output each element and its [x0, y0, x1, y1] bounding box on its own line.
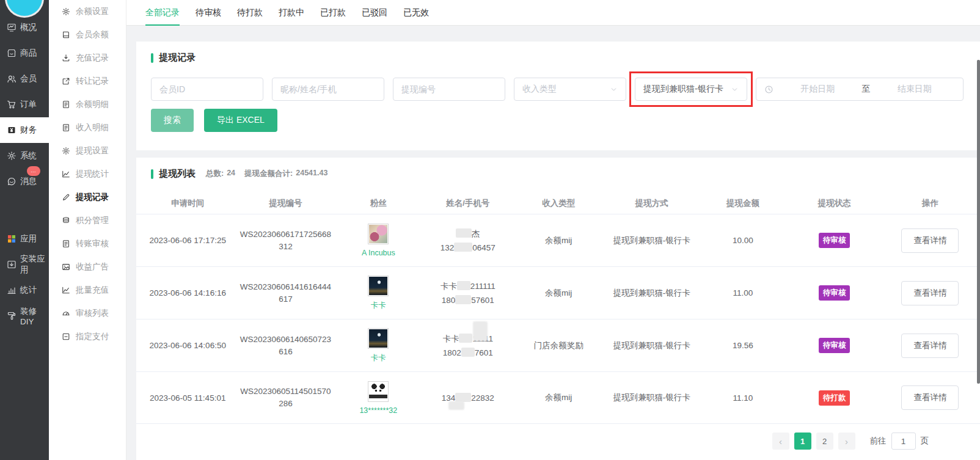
fan-nickname[interactable]: 卡卡 [371, 353, 386, 363]
sidebar-item-overview[interactable]: 概况 [0, 15, 49, 40]
system-icon [7, 151, 16, 161]
download-icon [62, 54, 70, 62]
minus-square-icon [62, 332, 70, 341]
share-icon [62, 77, 70, 86]
vertical-scrollbar[interactable] [977, 60, 980, 384]
sub-item-label: 提现设置 [76, 145, 109, 156]
table-header-row: 申请时间 提现编号 粉丝 姓名/手机号 收入类型 提现方式 提现金额 提现状态 … [136, 193, 980, 214]
sidebar-item-statistics[interactable]: 统计 [0, 277, 49, 303]
total-label: 总数: [206, 169, 224, 179]
fan-nickname[interactable]: 卡卡 [371, 301, 386, 311]
cell-amount: 10.00 [697, 236, 788, 245]
col-income-type: 收入类型 [511, 198, 606, 209]
sidebar-item-members[interactable]: 会员 [0, 66, 49, 92]
fan-avatar[interactable] [368, 381, 389, 402]
tab-all-records[interactable]: 全部记录 [145, 0, 180, 25]
fan-nickname[interactable]: 13*******32 [359, 406, 397, 415]
col-apply-time: 申请时间 [136, 198, 239, 209]
sidebar-item-orders[interactable]: 订单 [0, 92, 49, 117]
date-range-input[interactable]: 开始日期 至 结束日期 [756, 78, 964, 101]
image-icon [62, 263, 70, 271]
sub-item-income-ads[interactable]: 收益广告 [49, 255, 126, 279]
tab-paying[interactable]: 打款中 [279, 0, 304, 25]
cell-income-type: 门店余额奖励 [511, 340, 606, 351]
sidebar-item-install-apps[interactable]: 安装应用 [0, 252, 49, 277]
redaction-blur [454, 243, 472, 252]
sub-item-label: 积分管理 [76, 215, 109, 226]
view-detail-button[interactable]: 查看详情 [901, 281, 959, 305]
sub-item-audit-list[interactable]: 审核列表 [49, 302, 126, 325]
sidebar-item-label: 装修DIY [20, 306, 49, 326]
sidebar-item-label: 概况 [20, 22, 37, 33]
sidebar-item-apps[interactable]: 应用 [0, 226, 49, 252]
fan-avatar[interactable] [368, 276, 389, 296]
filter-card: 提现记录 收入类型 提现到兼职猫-银行卡 [136, 42, 980, 150]
goto-page-input[interactable] [891, 433, 916, 450]
income-type-placeholder: 收入类型 [522, 84, 557, 95]
cell-fan: 卡卡 [332, 276, 425, 311]
sidebar-item-finance[interactable]: 财务 [0, 117, 49, 143]
member-id-input[interactable] [159, 84, 255, 94]
sub-item-withdraw-records[interactable]: 提现记录 [49, 186, 126, 209]
sub-item-recharge-records[interactable]: 充值记录 [49, 46, 126, 70]
fan-avatar[interactable] [368, 328, 389, 349]
fan-nickname[interactable]: A Incubus [362, 249, 395, 257]
tab-paid[interactable]: 已打款 [320, 0, 346, 25]
date-separator-label: 至 [862, 84, 871, 95]
cell-actions: 查看详情 [880, 385, 980, 410]
withdraw-no-input[interactable] [401, 84, 497, 94]
cell-actions: 查看详情 [880, 228, 980, 253]
fan-avatar[interactable] [368, 224, 389, 244]
sidebar-item-messages[interactable]: 消息 … [0, 169, 49, 194]
col-name-phone: 姓名/手机号 [425, 198, 511, 209]
cell-amount: 11.00 [697, 288, 788, 298]
view-detail-button[interactable]: 查看详情 [901, 334, 959, 358]
sidebar-item-system[interactable]: 系统 [0, 143, 49, 169]
redaction-blur [455, 393, 471, 402]
prev-page-button[interactable]: ‹ [772, 433, 789, 450]
view-detail-button[interactable]: 查看详情 [901, 228, 959, 253]
view-detail-button[interactable]: 查看详情 [901, 385, 959, 410]
sub-item-member-balance[interactable]: 会员余额 [49, 23, 126, 46]
sub-item-label: 收入明细 [76, 122, 109, 133]
redaction-blur [456, 228, 472, 238]
chart-line-icon [62, 170, 70, 178]
nickname-input[interactable] [280, 84, 376, 94]
goods-icon [7, 48, 16, 58]
page-button-1[interactable]: 1 [794, 433, 811, 450]
next-page-button[interactable]: › [838, 433, 855, 450]
sub-item-designated-payment[interactable]: 指定支付 [49, 325, 126, 348]
sub-item-income-detail[interactable]: 收入明细 [49, 116, 126, 139]
sub-item-label: 余额明细 [76, 99, 109, 110]
decorate-diy-icon [7, 311, 16, 321]
cell-withdraw-no: WS20230606140650723 616 [239, 334, 332, 358]
sub-item-transfer-records[interactable]: 转让记录 [49, 70, 126, 93]
cell-status: 待审核 [788, 338, 880, 353]
income-type-select[interactable]: 收入类型 [514, 78, 626, 101]
tab-rejected[interactable]: 已驳回 [362, 0, 387, 25]
sub-item-transfer-audit[interactable]: 转账审核 [49, 232, 126, 255]
tab-invalid[interactable]: 已无效 [403, 0, 429, 25]
sidebar-item-label: 商品 [20, 48, 37, 59]
sub-item-withdraw-settings[interactable]: 提现设置 [49, 139, 126, 162]
withdraw-method-select[interactable]: 提现到兼职猫-银行卡 [635, 78, 747, 101]
sidebar-item-goods[interactable]: 商品 [0, 40, 49, 66]
tab-pending-review[interactable]: 待审核 [196, 0, 221, 25]
redaction-blur [457, 281, 470, 290]
sidebar-item-decorate-diy[interactable]: 装修DIY [0, 303, 49, 329]
redaction-blur [459, 334, 472, 343]
search-button[interactable]: 搜索 [151, 109, 194, 132]
cell-status: 待打款 [788, 390, 880, 406]
sub-item-batch-recharge[interactable]: 批量充值 [49, 279, 126, 302]
page-button-2[interactable]: 2 [816, 433, 833, 450]
cell-actions: 查看详情 [880, 334, 980, 358]
export-excel-button[interactable]: 导出 EXCEL [204, 109, 277, 132]
sidebar-item-label: 会员 [20, 73, 37, 84]
cell-fan: A Incubus [332, 224, 425, 257]
sub-item-balance-detail[interactable]: 余额明细 [49, 93, 126, 116]
tab-pending-payment[interactable]: 待打款 [237, 0, 263, 25]
sub-item-points-management[interactable]: 积分管理 [49, 209, 126, 232]
sub-item-withdraw-stats[interactable]: 提现统计 [49, 162, 126, 186]
sub-item-label: 指定支付 [76, 331, 109, 342]
sub-item-balance-settings[interactable]: 余额设置 [49, 0, 126, 23]
